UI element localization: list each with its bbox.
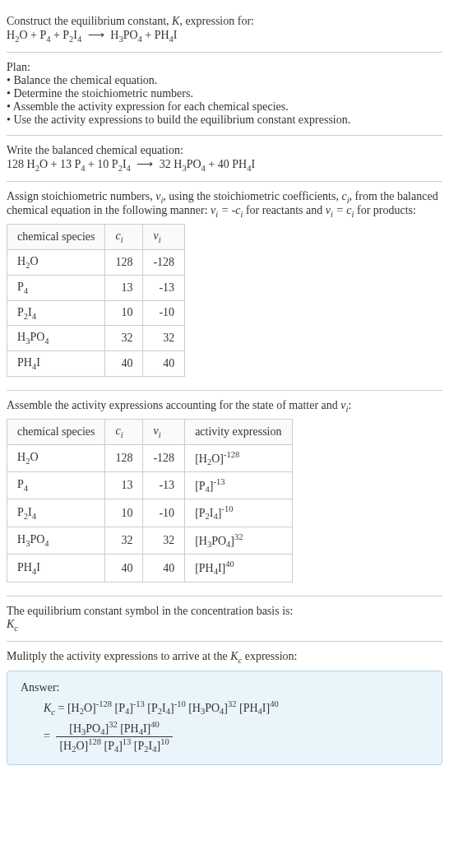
cell-species: P4 (7, 275, 105, 300)
table-row: H3PO4 32 32 [H3PO4]32 (7, 527, 293, 554)
balanced-section: Write the balanced chemical equation: 12… (7, 136, 442, 181)
assemble-text: Assemble the activity expressions accoun… (7, 399, 442, 414)
cell-species: H3PO4 (7, 326, 105, 351)
cell-ci: 32 (105, 527, 143, 554)
fraction-numerator: [H3PO4]32 [PH4I]40 (56, 720, 172, 737)
col-species: chemical species (7, 419, 105, 444)
table-header-row: chemical species ci νi activity expressi… (7, 419, 293, 444)
fraction: [H3PO4]32 [PH4I]40 [H2O]128 [P4]13 [P2I4… (56, 720, 172, 754)
table-row: H2O 128 -128 [H2O]-128 (7, 444, 293, 471)
cell-vi: -13 (143, 275, 185, 300)
cell-ci: 40 (105, 351, 143, 377)
cell-ci: 32 (105, 326, 143, 351)
balanced-heading: Write the balanced chemical equation: (7, 144, 442, 157)
table-row: P2I4 10 -10 (7, 300, 185, 326)
answer-box: Answer: Kc = [H2O]-128 [P4]-13 [P2I4]-10… (7, 671, 442, 764)
plan-bullet-3: • Assemble the activity expression for e… (7, 100, 442, 114)
intro-line: Construct the equilibrium constant, K, e… (7, 15, 442, 28)
multiply-section: Mulitply the activity expressions to arr… (7, 642, 442, 773)
assign-text: Assign stoichiometric numbers, νi, using… (7, 190, 442, 220)
multiply-b: expression: (242, 650, 297, 662)
intro-text-b: , expression for: (179, 15, 254, 27)
fraction-denominator: [H2O]128 [P4]13 [P2I4]10 (56, 737, 172, 754)
assemble-section: Assemble the activity expressions accoun… (7, 391, 442, 596)
balanced-equation: 128 H2O + 13 P4 + 10 P2I4 ⟶ 32 H3PO4 + 4… (7, 157, 442, 173)
coef-ph4i: 40 (218, 158, 229, 170)
cell-vi: -10 (143, 499, 185, 527)
col-species: chemical species (7, 225, 105, 250)
activity-table: chemical species ci νi activity expressi… (7, 419, 293, 583)
answer-heading: Answer: (21, 681, 428, 694)
k-symbol: K (172, 15, 179, 27)
intro-section: Construct the equilibrium constant, K, e… (7, 7, 442, 52)
arrow-icon: ⟶ (85, 29, 108, 41)
table-row: P4 13 -13 [P4]-13 (7, 472, 293, 499)
coef-h3po4: 32 (160, 158, 171, 170)
cell-species: P4 (7, 472, 105, 499)
table-row: P4 13 -13 (7, 275, 185, 300)
cell-activity: [H2O]-128 (185, 444, 292, 471)
cell-vi: -10 (143, 300, 185, 326)
coef-p2i4: 10 (97, 158, 109, 170)
arrow-icon: ⟶ (133, 158, 156, 170)
cell-species: PH4I (7, 351, 105, 377)
plan-bullet-4: • Use the activity expressions to build … (7, 114, 442, 127)
multiply-a: Mulitply the activity expressions to arr… (7, 650, 230, 662)
cell-species: PH4I (7, 555, 105, 582)
col-ci: ci (105, 419, 143, 444)
symbol-section: The equilibrium constant symbol in the c… (7, 596, 442, 641)
kc-line2: = [H3PO4]32 [PH4I]40 [H2O]128 [P4]13 [P2… (21, 720, 428, 754)
assign-section: Assign stoichiometric numbers, νi, using… (7, 182, 442, 390)
cell-ci: 13 (105, 472, 143, 499)
multiply-text: Mulitply the activity expressions to arr… (7, 650, 442, 665)
cell-activity: [H3PO4]32 (185, 527, 292, 554)
table-row: PH4I 40 40 (7, 351, 185, 377)
assign-a: Assign stoichiometric numbers, (7, 190, 155, 202)
stoich-table: chemical species ci νi H2O 128 -128 P4 1… (7, 224, 185, 377)
cell-ci: 40 (105, 555, 143, 582)
cell-ci: 10 (105, 300, 143, 326)
plan-section: Plan: • Balance the chemical equation. •… (7, 53, 442, 135)
symbol-text: The equilibrium constant symbol in the c… (7, 605, 442, 618)
cell-activity: [PH4I]40 (185, 555, 292, 582)
nu-i: νi (155, 190, 163, 202)
cell-vi: 40 (143, 351, 185, 377)
cell-vi: 40 (143, 555, 185, 582)
unbalanced-equation: H2O + P4 + P2I4 ⟶ H3PO4 + PH4I (7, 28, 442, 44)
cell-vi: 32 (143, 527, 185, 554)
cell-activity: [P4]-13 (185, 472, 292, 499)
intro-text-a: Construct the equilibrium constant, (7, 15, 172, 27)
c-i: ci (341, 190, 349, 202)
cell-ci: 128 (105, 249, 143, 275)
assemble-b: : (348, 399, 351, 411)
table-row: H2O 128 -128 (7, 249, 185, 275)
cell-species: P2I4 (7, 499, 105, 527)
table-header-row: chemical species ci νi (7, 225, 185, 250)
assign-b: , using the stoichiometric coefficients, (163, 190, 341, 202)
cell-vi: -13 (143, 472, 185, 499)
coef-p4: 13 (60, 158, 72, 170)
table-row: H3PO4 32 32 (7, 326, 185, 351)
table-row: PH4I 40 40 [PH4I]40 (7, 555, 293, 582)
assemble-a: Assemble the activity expressions accoun… (7, 399, 340, 411)
cell-ci: 13 (105, 275, 143, 300)
kc-symbol: Kc (7, 618, 442, 633)
plan-bullet-1: • Balance the chemical equation. (7, 74, 442, 87)
eq-products: νi = ci (326, 204, 354, 216)
plan-bullet-2: • Determine the stoichiometric numbers. (7, 87, 442, 100)
kc-inline: Kc (230, 650, 242, 662)
cell-vi: -128 (143, 444, 185, 471)
cell-vi: 32 (143, 326, 185, 351)
cell-species: P2I4 (7, 300, 105, 326)
col-vi: νi (143, 419, 185, 444)
plan-heading: Plan: (7, 61, 442, 74)
coef-h2o: 128 (7, 158, 24, 170)
cell-activity: [P2I4]-10 (185, 499, 292, 527)
cell-species: H3PO4 (7, 527, 105, 554)
table-row: P2I4 10 -10 [P2I4]-10 (7, 499, 293, 527)
cell-ci: 128 (105, 444, 143, 471)
cell-ci: 10 (105, 499, 143, 527)
cell-vi: -128 (143, 249, 185, 275)
cell-species: H2O (7, 249, 105, 275)
col-ci: ci (105, 225, 143, 250)
